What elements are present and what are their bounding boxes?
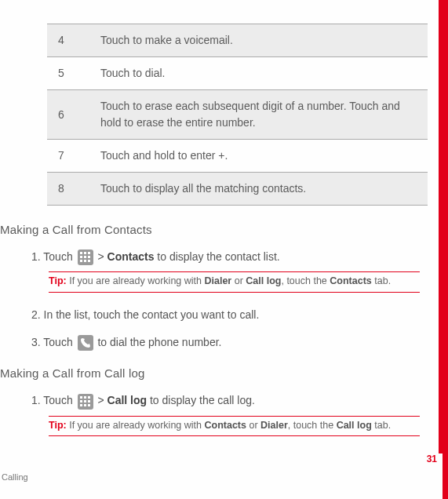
text: If you are already working with [69, 275, 204, 286]
table-row: 8Touch to display all the matching conta… [47, 173, 428, 206]
page-number: 31 [427, 453, 437, 464]
tip-label: Tip: [49, 275, 69, 286]
reference-table: 4Touch to make a voicemail. 5Touch to di… [47, 24, 428, 206]
bold-text: Dialer [260, 420, 288, 431]
svg-rect-9 [80, 396, 82, 399]
bold-text: Call log [246, 275, 281, 286]
svg-rect-4 [84, 256, 86, 258]
table-row: 7Touch and hold to enter +. [47, 140, 428, 173]
svg-rect-2 [88, 252, 90, 254]
steps-calllog: 1. Touch > Call log to display the call … [31, 392, 420, 436]
svg-rect-6 [80, 260, 82, 262]
text: , touch the [281, 275, 330, 286]
tip-label: Tip: [49, 420, 69, 431]
cell-desc: Touch to display all the matching contac… [89, 173, 428, 206]
cell-desc: Touch to make a voicemail. [89, 24, 428, 57]
text: > [97, 394, 107, 406]
text: to dial the phone number. [97, 336, 221, 348]
step-1: 1. Touch > Call log to display the call … [31, 392, 420, 436]
svg-rect-13 [84, 400, 86, 402]
table-row: 4Touch to make a voicemail. [47, 24, 428, 57]
text: tab. [372, 420, 391, 431]
cell-num: 7 [47, 140, 89, 173]
text: If you are already working with [69, 420, 204, 431]
text: to display the call log. [150, 394, 255, 406]
page-edge-bar-inner [439, 0, 443, 453]
bold-text: Contacts [107, 250, 155, 263]
text: to display the contact list. [157, 250, 279, 263]
text: 1. Touch [31, 250, 76, 263]
tip-box: Tip: If you are already working with Con… [49, 416, 420, 437]
section-heading-calllog: Making a Call from Call log [0, 366, 420, 380]
cell-num: 6 [47, 90, 89, 140]
table-row: 5Touch to dial. [47, 57, 428, 90]
cell-desc: Touch to erase each subsequent digit of … [89, 90, 428, 140]
svg-rect-12 [80, 400, 82, 402]
page-edge-bar [443, 0, 448, 499]
cell-desc: Touch to dial. [89, 57, 428, 90]
svg-rect-14 [88, 400, 90, 402]
page-content: 4Touch to make a voicemail. 5Touch to di… [0, 0, 448, 436]
svg-rect-16 [84, 404, 86, 406]
svg-rect-8 [88, 260, 90, 262]
svg-rect-15 [80, 404, 82, 406]
bold-text: Call log [337, 420, 372, 431]
cell-num: 8 [47, 173, 89, 206]
text: or [231, 275, 246, 286]
text: 3. Touch [31, 336, 76, 348]
apps-grid-icon [78, 250, 93, 265]
bold-text: Contacts [204, 420, 246, 431]
step-2: 2. In the list, touch the contact you wa… [31, 307, 420, 323]
text: > [97, 250, 107, 263]
text: , touch the [288, 420, 337, 431]
text: 1. Touch [31, 394, 76, 406]
cell-num: 5 [47, 57, 89, 90]
text: or [246, 420, 260, 431]
svg-rect-0 [80, 252, 82, 254]
bold-text: Dialer [204, 275, 231, 286]
tip-box: Tip: If you are already working with Dia… [49, 271, 420, 293]
text: tab. [372, 275, 391, 286]
cell-desc: Touch and hold to enter +. [89, 140, 428, 173]
svg-rect-11 [88, 396, 90, 399]
cell-num: 4 [47, 24, 89, 57]
svg-rect-5 [88, 256, 90, 258]
svg-rect-1 [84, 252, 86, 254]
svg-rect-17 [88, 404, 90, 406]
phone-icon [78, 335, 93, 351]
bold-text: Contacts [330, 275, 371, 286]
section-heading-contacts: Making a Call from Contacts [0, 223, 420, 236]
svg-rect-10 [84, 396, 86, 399]
svg-rect-3 [80, 256, 82, 258]
apps-grid-icon [78, 394, 93, 410]
step-3: 3. Touch to dial the phone number. [31, 334, 420, 351]
steps-contacts: 1. Touch > Contacts to display the conta… [31, 249, 420, 351]
footer-section-label: Calling [2, 472, 28, 482]
svg-rect-7 [84, 260, 86, 262]
table-row: 6Touch to erase each subsequent digit of… [47, 90, 428, 140]
step-1: 1. Touch > Contacts to display the conta… [31, 249, 420, 293]
bold-text: Call log [107, 394, 148, 406]
